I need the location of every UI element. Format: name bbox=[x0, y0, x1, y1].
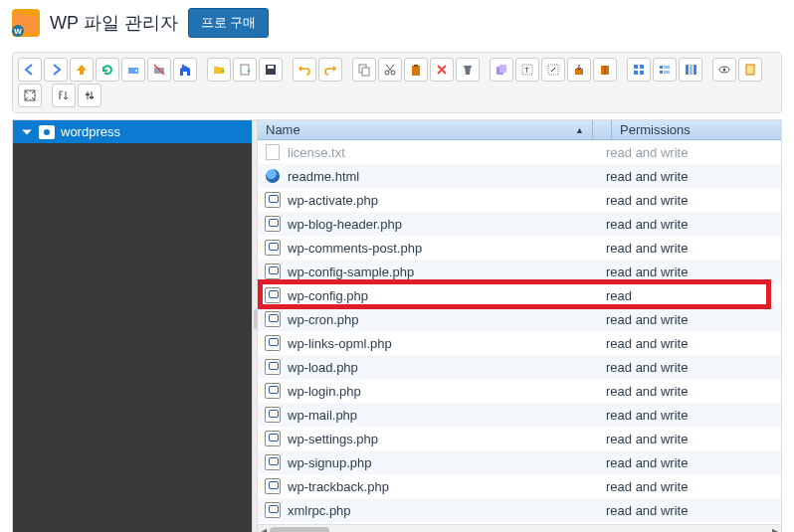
php-file-icon bbox=[264, 453, 282, 471]
copy-icon[interactable] bbox=[352, 58, 376, 82]
file-row[interactable]: wp-mail.phpread and write bbox=[258, 403, 781, 427]
php-file-icon bbox=[264, 310, 282, 328]
file-row[interactable]: wp-config.phpread bbox=[258, 283, 781, 307]
file-name: wp-config-sample.php bbox=[288, 265, 600, 279]
svg-rect-31 bbox=[664, 71, 670, 74]
svg-rect-27 bbox=[640, 71, 644, 75]
svg-rect-25 bbox=[640, 65, 644, 69]
svg-point-36 bbox=[723, 69, 726, 72]
file-row[interactable]: wp-load.phpread and write bbox=[258, 355, 781, 379]
settings-icon[interactable] bbox=[78, 84, 101, 107]
preview-icon[interactable] bbox=[712, 58, 736, 82]
buy-pro-button[interactable]: 프로 구매 bbox=[188, 8, 270, 38]
paste-icon[interactable] bbox=[404, 58, 428, 82]
delete-icon[interactable] bbox=[430, 58, 454, 82]
file-name: license.txt bbox=[288, 145, 600, 160]
file-row[interactable]: wp-activate.phpread and write bbox=[258, 188, 781, 212]
app-logo-icon: W bbox=[12, 9, 40, 37]
svg-rect-32 bbox=[686, 65, 689, 75]
file-permissions: read and write bbox=[606, 312, 775, 327]
file-row[interactable]: wp-settings.phpread and write bbox=[258, 427, 781, 450]
back-icon[interactable] bbox=[18, 58, 42, 82]
php-file-icon bbox=[264, 286, 282, 304]
php-file-icon bbox=[264, 477, 282, 495]
column-header-name[interactable]: Name ▲ bbox=[258, 120, 592, 139]
file-row[interactable]: wp-signup.phpread and write bbox=[258, 450, 781, 474]
file-row[interactable]: readme.htmlread and write bbox=[258, 164, 781, 188]
file-row[interactable]: wp-login.phpread and write bbox=[258, 379, 781, 403]
svg-rect-8 bbox=[268, 66, 274, 69]
svg-rect-42 bbox=[90, 96, 94, 98]
file-row[interactable]: wp-config-sample.phpread and write bbox=[258, 260, 781, 283]
new-folder-icon[interactable]: + bbox=[207, 58, 231, 82]
file-pane: Name ▲ Permissions license.txtread and w… bbox=[258, 120, 781, 532]
sort-icon[interactable] bbox=[52, 84, 76, 107]
scroll-right-icon[interactable]: ▶ bbox=[769, 525, 781, 532]
file-name: wp-activate.php bbox=[288, 193, 600, 208]
file-permissions: read and write bbox=[606, 384, 775, 399]
netdrive-off-icon[interactable] bbox=[147, 58, 171, 82]
list-view-icon[interactable] bbox=[653, 58, 677, 82]
file-name: wp-comments-post.php bbox=[288, 241, 600, 256]
edit-text-icon[interactable]: T bbox=[515, 58, 539, 82]
home-icon[interactable] bbox=[173, 58, 197, 82]
php-file-icon bbox=[264, 406, 282, 424]
file-row[interactable]: wp-cron.phpread and write bbox=[258, 307, 781, 331]
file-name: wp-links-opml.php bbox=[288, 336, 600, 351]
tree-pane: wordpress bbox=[13, 120, 252, 532]
fullscreen-icon[interactable] bbox=[18, 84, 42, 107]
php-file-icon bbox=[264, 263, 282, 280]
tree-body[interactable] bbox=[13, 143, 252, 532]
svg-text:+: + bbox=[221, 68, 225, 75]
main-panes: wordpress Name ▲ Permissions license.txt… bbox=[12, 119, 782, 532]
file-row[interactable]: license.txtread and write bbox=[258, 140, 781, 164]
file-permissions: read and write bbox=[606, 241, 775, 256]
horizontal-scrollbar[interactable]: ◀ ▶ bbox=[258, 524, 781, 532]
info-icon[interactable] bbox=[738, 58, 762, 82]
file-permissions: read and write bbox=[606, 408, 775, 423]
file-row[interactable]: wp-blog-header.phpread and write bbox=[258, 212, 781, 236]
file-row[interactable]: wp-trackback.phpread and write bbox=[258, 474, 781, 498]
forward-icon[interactable] bbox=[44, 58, 68, 82]
cut-icon[interactable] bbox=[378, 58, 402, 82]
php-file-icon bbox=[264, 430, 282, 447]
file-list[interactable]: license.txtread and writereadme.htmlread… bbox=[258, 140, 781, 524]
up-icon[interactable] bbox=[70, 58, 94, 82]
new-file-icon[interactable]: + bbox=[233, 58, 257, 82]
undo-icon[interactable] bbox=[293, 58, 316, 82]
redo-icon[interactable] bbox=[318, 58, 342, 82]
scroll-thumb[interactable] bbox=[270, 527, 329, 532]
file-permissions: read and write bbox=[606, 360, 775, 375]
columns-view-icon[interactable] bbox=[679, 58, 702, 82]
file-row[interactable]: wp-comments-post.phpread and write bbox=[258, 236, 781, 260]
trash-icon[interactable] bbox=[456, 58, 480, 82]
file-permissions: read and write bbox=[606, 265, 775, 279]
file-permissions: read and write bbox=[606, 479, 775, 494]
php-file-icon bbox=[264, 191, 282, 209]
icons-view-icon[interactable] bbox=[627, 58, 651, 82]
txt-file-icon bbox=[264, 143, 282, 161]
reload-icon[interactable] bbox=[96, 58, 119, 82]
file-row[interactable]: wp-links-opml.phpread and write bbox=[258, 331, 781, 355]
save-icon[interactable] bbox=[259, 58, 283, 82]
tree-root-node[interactable]: wordpress bbox=[13, 120, 252, 143]
netdrive-icon[interactable] bbox=[121, 58, 145, 82]
column-header-permissions[interactable]: Permissions bbox=[612, 120, 781, 139]
resize-icon[interactable] bbox=[541, 58, 565, 82]
file-permissions: read and write bbox=[606, 169, 775, 184]
svg-rect-17 bbox=[499, 65, 506, 73]
extract-icon[interactable] bbox=[567, 58, 591, 82]
php-file-icon bbox=[264, 334, 282, 352]
file-permissions: read and write bbox=[606, 193, 775, 208]
file-name: wp-login.php bbox=[288, 384, 600, 399]
svg-point-1 bbox=[135, 70, 137, 72]
svg-rect-30 bbox=[660, 71, 663, 74]
duplicate-icon[interactable] bbox=[490, 58, 513, 82]
php-file-icon bbox=[264, 358, 282, 376]
php-file-icon bbox=[264, 215, 282, 233]
svg-rect-33 bbox=[690, 65, 693, 75]
archive-icon[interactable] bbox=[593, 58, 617, 82]
svg-text:+: + bbox=[247, 68, 251, 75]
scroll-left-icon[interactable]: ◀ bbox=[258, 525, 270, 532]
file-row[interactable]: xmlrpc.phpread and write bbox=[258, 498, 781, 522]
